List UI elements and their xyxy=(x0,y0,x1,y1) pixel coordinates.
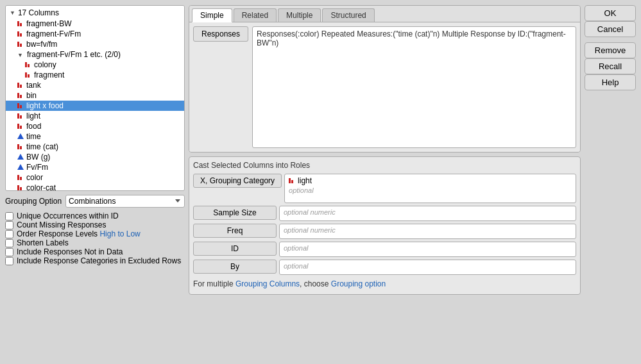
cast-button-1[interactable]: Sample Size xyxy=(193,206,277,220)
checkbox-row-count-missing: Count Missing Responses xyxy=(5,220,185,229)
cast-optional-2: optional numeric xyxy=(284,226,572,234)
cast-button-2[interactable]: Freq xyxy=(193,224,277,238)
checkbox-include-responses[interactable] xyxy=(5,248,13,256)
cast-button-0[interactable]: X, Grouping Category xyxy=(193,174,282,188)
list-item-label: Fv/Fm xyxy=(26,163,48,172)
checkbox-row-include-categories: Include Response Categories in Excluded … xyxy=(5,256,185,265)
bar-chart-icon xyxy=(17,112,24,120)
triangle-icon xyxy=(17,132,24,141)
list-item-label: colony xyxy=(34,60,56,69)
cast-value-0: light xyxy=(289,176,572,185)
cast-row-1: Sample Sizeoptional numeric xyxy=(193,206,576,221)
list-item-label: light xyxy=(26,112,40,120)
bar-chart-icon xyxy=(17,122,24,131)
cast-input-area-1[interactable]: optional numeric xyxy=(279,206,576,221)
checkbox-label-count-missing: Count Missing Responses xyxy=(17,220,106,229)
cast-optional-3: optional xyxy=(284,244,572,252)
list-item-fragment-FvFm[interactable]: fragment-Fv/Fm xyxy=(6,29,184,39)
cast-value-icon xyxy=(289,176,295,185)
list-item-light[interactable]: light xyxy=(6,111,184,121)
tabs-area: Simple Related Multiple Structured Respo… xyxy=(189,5,581,153)
grouping-option-label: Grouping Option xyxy=(5,197,62,206)
checkbox-order-response[interactable] xyxy=(5,230,13,238)
action-button-cancel[interactable]: Cancel xyxy=(585,21,636,37)
tab-simple[interactable]: Simple xyxy=(192,8,232,22)
cast-input-area-0[interactable]: lightoptional xyxy=(284,174,576,203)
action-button-help[interactable]: Help xyxy=(585,74,636,90)
cast-input-area-3[interactable]: optional xyxy=(279,242,576,257)
list-item-fragment[interactable]: fragment xyxy=(6,70,184,80)
checkbox-count-missing[interactable] xyxy=(5,221,13,229)
cast-value-text: light xyxy=(298,176,312,185)
grouping-option-row: Grouping Option Combinations Separate Ov… xyxy=(5,195,185,208)
cast-optional-1: optional numeric xyxy=(284,208,572,216)
tab-structured[interactable]: Structured xyxy=(322,8,374,22)
list-item-label: fragment-Fv/Fm xyxy=(26,29,81,38)
checkbox-label-order-response: Order Response Levels High to Low xyxy=(17,229,141,238)
bar-chart-icon xyxy=(17,173,24,182)
cast-footer: For multiple Grouping Columns, choose Gr… xyxy=(193,277,576,290)
cast-section: Cast Selected Columns into Roles X, Grou… xyxy=(189,156,581,295)
bar-chart-icon xyxy=(17,142,24,151)
list-item-label: tank xyxy=(26,81,41,90)
bar-chart-icon xyxy=(17,29,24,38)
list-item-bw-fvfm[interactable]: bw=fv/fm xyxy=(6,39,184,49)
checkbox-row-order-response: Order Response Levels High to Low xyxy=(5,229,185,238)
list-item-time[interactable]: time xyxy=(6,131,184,142)
cast-title: Cast Selected Columns into Roles xyxy=(193,161,576,170)
action-button-recall[interactable]: Recall xyxy=(585,58,636,74)
tab-multiple[interactable]: Multiple xyxy=(278,8,321,22)
cast-row-0: X, Grouping Categorylightoptional xyxy=(193,174,576,203)
list-item-light-x-food[interactable]: light x food xyxy=(6,101,184,111)
list-item-tank[interactable]: tank xyxy=(6,80,184,90)
center-panel: Simple Related Multiple Structured Respo… xyxy=(189,5,581,359)
cast-input-area-2[interactable]: optional numeric xyxy=(279,224,576,239)
list-item-label: bw=fv/fm xyxy=(26,40,57,49)
bar-chart-icon xyxy=(17,91,24,100)
list-item-FvFm[interactable]: Fv/Fm xyxy=(6,162,184,172)
expand-icon: ▼ xyxy=(17,50,24,59)
tab-related[interactable]: Related xyxy=(234,8,277,22)
list-item-bin[interactable]: bin xyxy=(6,90,184,101)
bar-chart-icon xyxy=(17,19,24,28)
list-item-label: BW (g) xyxy=(26,153,50,161)
responses-text-area: Responses(:color) Repeated Measures:("ti… xyxy=(252,26,576,148)
checkbox-shorten-labels[interactable] xyxy=(5,239,13,247)
tab-content-simple: Responses Responses(:color) Repeated Mea… xyxy=(189,22,580,152)
triangle-icon xyxy=(17,153,24,161)
list-item-food[interactable]: food xyxy=(6,121,184,131)
list-item-color-cat[interactable]: color-cat xyxy=(6,183,184,191)
list-item-label: color-cat xyxy=(26,183,56,191)
list-item-fragment-BW[interactable]: fragment-BW xyxy=(6,19,184,29)
list-item-label: fragment-BW xyxy=(26,19,72,28)
cast-button-4[interactable]: By xyxy=(193,260,277,274)
action-button-remove[interactable]: Remove xyxy=(585,42,636,58)
right-panel: OKCancelRemoveRecallHelp xyxy=(585,5,636,359)
checkbox-row-unique-occurrences: Unique Occurrences within ID xyxy=(5,211,185,220)
tab-bar: Simple Related Multiple Structured xyxy=(189,6,580,22)
bar-chart-icon xyxy=(17,40,24,49)
bar-chart-icon xyxy=(25,70,31,79)
checkbox-label-include-categories: Include Response Categories in Excluded … xyxy=(17,256,181,265)
cast-optional-4: optional xyxy=(284,262,572,270)
list-item-time-cat[interactable]: time (cat) xyxy=(6,142,184,152)
list-item-fragment-FvFm1[interactable]: ▼fragment-Fv/Fm 1 etc. (2/0) xyxy=(6,49,184,60)
list-item-label: fragment xyxy=(34,70,64,79)
checkbox-label-unique-occurrences: Unique Occurrences within ID xyxy=(17,211,119,220)
list-item-BW-g[interactable]: BW (g) xyxy=(6,152,184,162)
list-item-colony[interactable]: colony xyxy=(6,60,184,70)
checkbox-unique-occurrences[interactable] xyxy=(5,212,13,220)
list-item-color[interactable]: color xyxy=(6,172,184,183)
cast-button-3[interactable]: ID xyxy=(193,242,277,256)
checkbox-row-include-responses: Include Responses Not in Data xyxy=(5,247,185,256)
action-button-ok[interactable]: OK xyxy=(585,5,636,21)
list-item-label: light x food xyxy=(26,101,64,110)
list-item-label: time (cat) xyxy=(26,142,58,151)
grouping-option-select[interactable]: Combinations Separate Overlay xyxy=(65,195,185,208)
list-item-label: bin xyxy=(26,91,37,100)
checkbox-include-categories[interactable] xyxy=(5,257,13,265)
column-list[interactable]: ▼ 17 Columns fragment-BWfragment-Fv/Fmbw… xyxy=(5,5,185,191)
cast-input-area-4[interactable]: optional xyxy=(279,260,576,275)
responses-button[interactable]: Responses xyxy=(193,26,248,42)
list-item-label: food xyxy=(26,122,41,131)
